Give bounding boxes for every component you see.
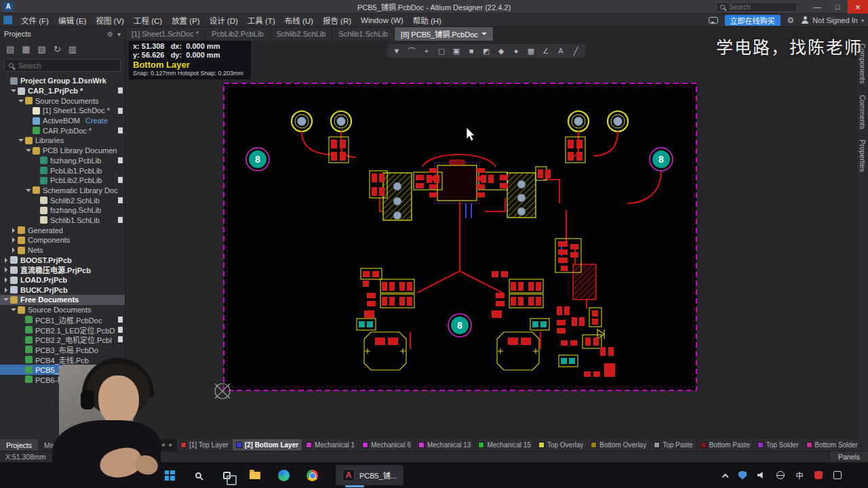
measure-icon[interactable]: ∠ [539,45,553,57]
expand-arrow-icon[interactable] [25,187,32,194]
fill-icon[interactable]: ■ [465,45,478,57]
expand-arrow-icon[interactable] [18,376,24,383]
tree-item[interactable]: Components [0,235,125,245]
tree-item[interactable]: PCB2.1_LED定位.PcbD [0,325,125,335]
titlebar-search[interactable] [716,2,797,12]
record-icon[interactable] [814,469,823,481]
expand-arrow-icon[interactable] [3,266,9,273]
polygon-pour-icon[interactable]: ◩ [479,45,493,57]
menu-item[interactable]: 报告 (R) [318,14,356,27]
menu-item[interactable]: 放置 (P) [167,14,205,27]
tree-item[interactable]: Source Documents [0,96,125,106]
file-explorer-button[interactable] [246,466,264,484]
expand-arrow-icon[interactable] [18,366,24,373]
union-icon[interactable]: ◆ [494,45,508,57]
tab-dropdown-icon[interactable] [481,33,487,38]
menu-item[interactable]: 布线 (U) [280,14,318,27]
home-icon[interactable] [3,16,12,24]
menu-item[interactable]: 帮助 (H) [408,14,446,27]
document-tab[interactable]: PcbLib2.PcbLib [205,27,270,41]
tree-item[interactable]: CAR.PcbDoc * [0,125,125,136]
lasso-select-icon[interactable]: ⌒ [405,45,418,57]
task-view-button[interactable] [218,466,235,484]
menu-item[interactable]: 视图 (V) [91,14,129,27]
notification-icon[interactable] [833,469,842,481]
expand-arrow-icon[interactable] [25,117,32,124]
expand-arrow-icon[interactable] [3,257,9,264]
expand-arrow-icon[interactable] [18,357,24,363]
menu-item[interactable]: Window (W) [356,14,408,27]
tree-item[interactable]: PCB Library Documen [0,146,125,156]
search-button[interactable] [189,466,207,484]
expand-arrow-icon[interactable] [10,306,17,313]
tree-item[interactable]: Source Documents [0,305,125,315]
room-icon[interactable]: ▣ [450,45,463,57]
maximize-button[interactable]: □ [827,0,848,14]
tree-item[interactable]: Nets [0,245,125,256]
expand-arrow-icon[interactable] [3,77,9,84]
menu-item[interactable]: 工程 (C) [129,14,167,27]
expand-arrow-icon[interactable] [18,317,24,323]
via-icon[interactable]: ● [509,45,523,57]
tree-item[interactable]: LOAD.PrjPcb [0,275,125,285]
expand-arrow-icon[interactable] [10,87,17,94]
layer-tab[interactable]: Bottom Paste [697,439,754,451]
menu-item[interactable]: 编辑 (E) [54,14,92,27]
sign-in-button[interactable]: Not Signed In ▾ [801,16,864,24]
document-tab[interactable]: [8] PCB5_铺铜.PcbDoc [395,27,494,41]
layer-tab[interactable]: Bottom Solder [803,439,862,451]
expand-arrow-icon[interactable] [10,227,17,234]
ime-icon[interactable]: 中 [795,469,804,481]
expand-arrow-icon[interactable] [25,127,32,134]
tree-item[interactable]: CAR_1.PrjPcb * [0,86,125,96]
expand-arrow-icon[interactable] [3,287,9,293]
refresh-icon[interactable]: ↻ [54,44,61,54]
more-options-icon[interactable]: ▥ [68,44,77,54]
pcb-canvas[interactable]: x: 51.308 dx: 0.000 mm y: 56.626 dy: 0.0… [125,41,856,439]
layer-tab[interactable]: Bottom Overlay [587,439,650,451]
selection-filter-icon[interactable]: ▼ [390,45,403,57]
panel-menu-icon[interactable]: ▾ [117,30,121,38]
volume-icon[interactable] [757,469,766,481]
hidden-icons-chevron[interactable] [719,469,728,481]
expand-arrow-icon[interactable] [18,137,24,144]
layer-tab[interactable]: Mechanical 13 [415,439,475,451]
document-tab[interactable]: Schlib1.SchLib [332,27,395,41]
tree-item[interactable]: Libraries [0,136,125,146]
layer-tab[interactable]: Mechanical 1 [302,439,359,451]
panel-search[interactable] [4,59,121,72]
tree-item[interactable]: PCB1_边框.PcbDoc [0,315,125,325]
global-search-input[interactable] [728,3,789,12]
expand-arrow-icon[interactable] [25,107,32,114]
edge-button[interactable] [275,466,292,484]
document-tab[interactable]: Schlib2.SchLib [271,27,333,41]
expand-arrow-icon[interactable] [10,237,17,243]
tree-item[interactable]: 直流稳压电源.PrjPcb [0,265,125,275]
chrome-button[interactable] [303,466,321,484]
expand-arrow-icon[interactable] [10,247,17,253]
menu-item[interactable]: 文件 (F) [16,14,54,27]
document-tab[interactable]: [1] Sheet1.SchDoc * [125,27,205,41]
taskbar-altium-button[interactable]: A PCB5_铺... [336,465,403,485]
panel-search-input[interactable] [17,61,105,70]
layer-tab[interactable]: Top Overlay [535,439,587,451]
panels-button[interactable]: Panels [829,451,868,463]
tree-item[interactable]: Generated [0,225,125,235]
line-icon[interactable]: ╱ [569,45,583,57]
expand-arrow-icon[interactable] [33,177,39,184]
menu-item[interactable]: 设计 (D) [205,14,243,27]
right-panel-tab[interactable]: Comments [859,95,867,129]
expand-arrow-icon[interactable] [3,277,9,283]
expand-arrow-icon[interactable] [33,207,39,214]
snap-grid-icon[interactable]: ▢ [435,45,448,57]
tree-item[interactable]: Schematic Library Doc [0,186,125,196]
expand-arrow-icon[interactable] [33,157,39,164]
tree-item[interactable]: Free Documents [0,295,125,305]
tree-item[interactable]: fszhang.PcbLib [0,156,125,166]
tree-item[interactable]: fszhang.SchLib [0,205,125,216]
buy-online-button[interactable]: 立即在线购买 [725,15,781,26]
layer-tab[interactable]: [2] Bottom Layer [233,439,302,451]
layer-tab[interactable]: Top Paste [650,439,696,451]
expand-arrow-icon[interactable] [3,296,9,303]
settings-gear-icon[interactable]: ⚙ [787,16,795,25]
